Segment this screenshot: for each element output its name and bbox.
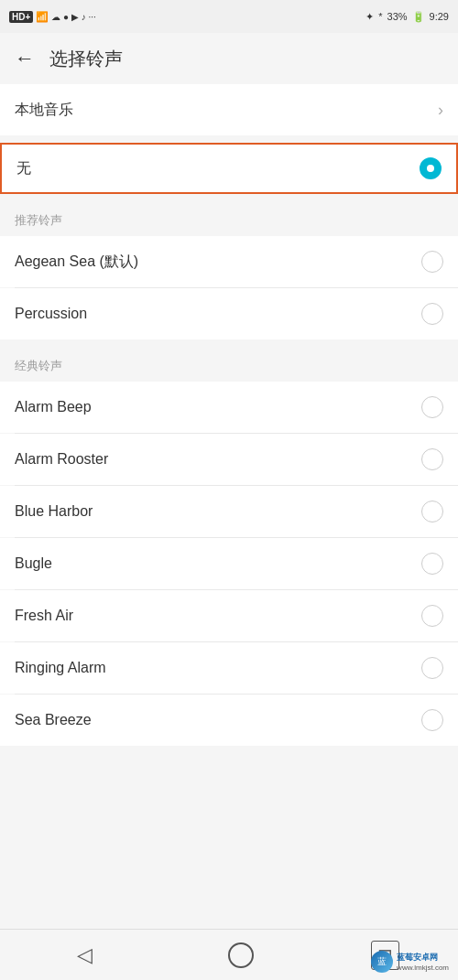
- bugle-label: Bugle: [15, 555, 52, 572]
- chevron-right-icon: ›: [438, 101, 443, 120]
- local-music-label: 本地音乐: [15, 101, 73, 120]
- status-bar: HD+ 📶 ☁ ● ▶ ♪ ··· ✦ * 33% 🔋 9:29: [0, 0, 458, 33]
- sea-breeze-radio[interactable]: [421, 709, 443, 731]
- watermark-url: www.lmkjst.com: [397, 964, 449, 972]
- watermark-sitename: 蓝莓安卓网: [397, 952, 449, 964]
- sea-breeze-label: Sea Breeze: [15, 712, 92, 728]
- divider-1: [0, 135, 458, 143]
- content-area: 本地音乐 › 无 推荐铃声 Aegean Sea (默认) Percussion…: [0, 84, 458, 929]
- nav-home-button[interactable]: [228, 942, 254, 968]
- recommended-section-header: 推荐铃声: [0, 201, 458, 236]
- fresh-air-row[interactable]: Fresh Air: [0, 590, 458, 641]
- blue-harbor-label: Blue Harbor: [15, 503, 93, 520]
- recommended-header-label: 推荐铃声: [15, 213, 62, 227]
- none-option-row[interactable]: 无: [0, 143, 458, 194]
- classic-header-label: 经典铃声: [15, 359, 62, 372]
- watermark: 蓝 蓝莓安卓网 www.lmkjst.com: [371, 951, 449, 973]
- bugle-row[interactable]: Bugle: [0, 538, 458, 589]
- bottom-nav: ◁ ⊡ 蓝 蓝莓安卓网 www.lmkjst.com: [0, 929, 458, 980]
- aegean-sea-row[interactable]: Aegean Sea (默认): [0, 236, 458, 287]
- bluetooth-symbol: *: [378, 11, 382, 22]
- alarm-rooster-label: Alarm Rooster: [15, 451, 108, 468]
- page-title: 选择铃声: [49, 47, 123, 71]
- divider-3: [0, 339, 458, 347]
- bluetooth-icon: ✦: [365, 11, 374, 23]
- battery-icon: 🔋: [412, 11, 425, 23]
- watermark-icon: 蓝: [371, 951, 393, 973]
- fresh-air-radio[interactable]: [421, 605, 443, 627]
- time-display: 9:29: [430, 11, 449, 22]
- signal-icons: 📶: [36, 11, 49, 23]
- extra-icons: ☁ ● ▶ ♪ ···: [51, 12, 96, 22]
- battery-text: 33%: [387, 11, 408, 22]
- watermark-text: 蓝莓安卓网 www.lmkjst.com: [397, 952, 449, 972]
- percussion-radio[interactable]: [421, 303, 443, 325]
- radio-selected-indicator: [420, 157, 442, 179]
- blue-harbor-radio[interactable]: [421, 501, 443, 522]
- fresh-air-label: Fresh Air: [15, 608, 73, 624]
- alarm-beep-row[interactable]: Alarm Beep: [0, 382, 458, 433]
- top-bar: ← 选择铃声: [0, 33, 458, 84]
- hd-badge: HD+: [9, 11, 33, 23]
- nav-back-button[interactable]: ◁: [59, 936, 111, 975]
- status-left: HD+ 📶 ☁ ● ▶ ♪ ···: [9, 11, 96, 23]
- classic-section-header: 经典铃声: [0, 347, 458, 382]
- alarm-rooster-radio[interactable]: [421, 448, 443, 470]
- percussion-row[interactable]: Percussion: [0, 288, 458, 339]
- bugle-radio[interactable]: [421, 553, 443, 575]
- divider-2: [0, 194, 458, 201]
- alarm-beep-label: Alarm Beep: [15, 399, 92, 415]
- alarm-beep-radio[interactable]: [421, 396, 443, 418]
- sea-breeze-row[interactable]: Sea Breeze: [0, 695, 458, 746]
- ringing-alarm-row[interactable]: Ringing Alarm: [0, 642, 458, 694]
- blue-harbor-row[interactable]: Blue Harbor: [0, 486, 458, 537]
- aegean-sea-radio[interactable]: [421, 251, 443, 273]
- none-option-label: 无: [16, 159, 31, 178]
- ringing-alarm-radio[interactable]: [421, 657, 443, 679]
- back-button[interactable]: ←: [15, 47, 35, 70]
- percussion-label: Percussion: [15, 306, 87, 322]
- aegean-sea-label: Aegean Sea (默认): [15, 253, 138, 272]
- local-music-row[interactable]: 本地音乐 ›: [0, 84, 458, 135]
- status-right: ✦ * 33% 🔋 9:29: [365, 11, 449, 23]
- alarm-rooster-row[interactable]: Alarm Rooster: [0, 434, 458, 485]
- ringing-alarm-label: Ringing Alarm: [15, 660, 106, 676]
